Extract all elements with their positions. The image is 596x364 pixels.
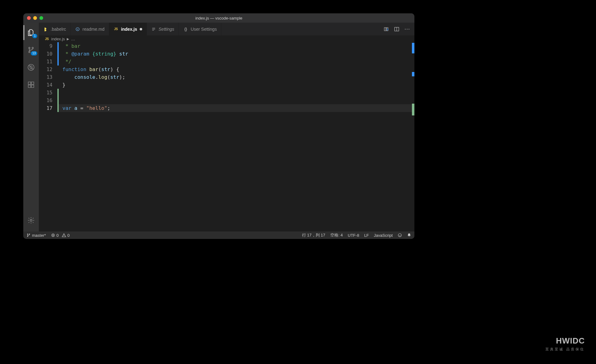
activity-bar: 1 13 [23,23,39,231]
svg-point-2 [30,219,32,221]
titlebar: index.js — vscode-sample [23,13,414,23]
tabs-bar: .babelrc readme.md JS index.js [39,23,414,35]
tab-readme[interactable]: readme.md [71,23,109,35]
info-icon [75,27,80,32]
window-minimize-button[interactable] [33,16,37,20]
error-count: 0 [56,233,59,238]
code-editor[interactable]: 91011121314151617 * bar * @param {string… [39,42,414,231]
tab-label: readme.md [83,27,105,32]
activity-debug[interactable] [24,60,38,75]
window-maximize-button[interactable] [39,16,43,20]
code-lines: * bar * @param {string} str */function b… [59,42,414,231]
extensions-icon [27,81,35,88]
compare-changes-button[interactable] [383,26,389,32]
tab-indexjs[interactable]: JS index.js [109,23,147,35]
js-icon: JS [114,27,119,32]
warning-icon [62,233,66,237]
warning-count: 0 [67,233,70,238]
smiley-icon [398,233,402,237]
status-bar: master* 0 0 行 17，列 17 空格: 4 UTF-8 LF Jav… [23,231,414,239]
branch-name: master* [32,233,46,238]
watermark-tagline: 至真至诚 品质保住 [545,347,585,352]
status-language[interactable]: JavaScript [374,233,393,238]
babel-icon [43,27,48,32]
more-actions-button[interactable]: ··· [404,26,410,32]
window-close-button[interactable] [27,16,31,20]
tab-settings[interactable]: Settings [147,23,179,35]
split-editor-button[interactable] [394,26,400,32]
traffic-lights [23,16,43,20]
list-icon [151,27,156,32]
activity-source-control[interactable]: 13 [24,43,38,57]
status-notifications[interactable] [407,233,411,237]
scm-badge: 13 [31,51,37,56]
status-feedback[interactable] [398,233,402,237]
status-branch[interactable]: master* [26,233,46,238]
svg-point-6 [398,234,402,237]
error-icon [51,233,55,237]
status-problems[interactable]: 0 0 [51,233,70,238]
breadcrumb-file: index.js [51,37,65,41]
no-bug-icon [27,63,35,71]
watermark: HWIDC 至真至诚 品质保住 [545,336,585,352]
branch-icon [26,233,31,237]
vscode-window: index.js — vscode-sample 1 13 [23,13,414,239]
js-icon: JS [45,37,49,41]
status-encoding[interactable]: UTF-8 [348,233,359,238]
activity-extensions[interactable] [24,77,38,92]
dirty-indicator [140,28,142,30]
tabs-actions: ··· [383,23,414,35]
status-indent[interactable]: 空格: 4 [330,232,343,238]
watermark-logo: HWIDC [545,336,585,346]
tab-label: User Settings [191,27,217,32]
breadcrumb-separator: ▶ [67,37,69,41]
tab-label: .babelrc [51,27,66,32]
status-cursor[interactable]: 行 17，列 17 [302,232,325,238]
activity-explorer[interactable]: 1 [24,25,38,40]
bell-icon [407,233,411,237]
line-number-gutter: 91011121314151617 [39,42,57,231]
gear-icon [27,217,35,224]
overview-ruler[interactable] [410,42,414,185]
breadcrumb-more: … [71,37,75,41]
tab-babelrc[interactable]: .babelrc [39,23,71,35]
tab-label: index.js [121,27,137,32]
tab-label: Settings [159,27,174,32]
activity-settings[interactable] [24,213,38,228]
explorer-badge: 1 [32,34,37,38]
status-eol[interactable]: LF [364,233,369,238]
window-title: index.js — vscode-sample [23,16,414,20]
editor-area: .babelrc readme.md JS index.js [39,23,414,231]
tab-user-settings[interactable]: {} User Settings [179,23,221,35]
breadcrumbs[interactable]: JS index.js ▶ … [39,35,414,42]
braces-icon: {} [183,27,188,32]
